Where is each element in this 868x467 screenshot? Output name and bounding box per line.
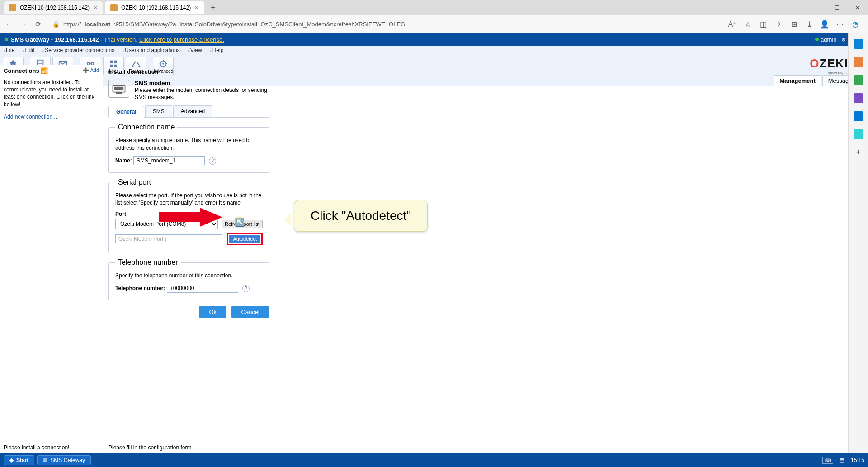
connections-empty-text: No connections are installed. To communi… <box>4 79 99 108</box>
svg-rect-4 <box>110 61 113 63</box>
tab-general[interactable]: General <box>108 106 144 118</box>
fieldset-telephone: Telephone number Specify the telephone n… <box>108 258 269 300</box>
autodetect-highlight: Autodetect <box>227 233 263 245</box>
tab-close-icon[interactable]: ✕ <box>194 5 199 11</box>
menu-users[interactable]: Users and applications <box>123 47 179 53</box>
menu-service-providers[interactable]: Service provider connections <box>42 47 114 53</box>
url-rest: :9515/SMS/Gateway/?a=InstallSoloDriver&t… <box>114 21 405 28</box>
user-label[interactable]: admin <box>821 36 836 43</box>
port-label: Port: <box>115 211 128 217</box>
left-status-text: Please install a connection! <box>4 444 69 451</box>
autodetect-button[interactable]: Autodetect <box>229 235 260 243</box>
browser-tab-1[interactable]: OZEKI 10 (192.168.115.142) ✕ <box>4 1 103 14</box>
collections-icon[interactable]: ✧ <box>774 19 783 29</box>
favicon-icon <box>9 4 16 11</box>
menu-icon[interactable]: ⋯ <box>835 19 844 29</box>
start-icon: ◆ <box>9 457 14 463</box>
svg-rect-5 <box>114 61 117 63</box>
sidebar-search-icon[interactable] <box>854 39 863 49</box>
detected-port-input <box>115 234 222 243</box>
sidebar-shopping-icon[interactable] <box>854 57 863 67</box>
taskbar-app-button[interactable]: ✉SMS Gateway <box>37 455 91 465</box>
refresh-button[interactable]: ⟳ <box>33 19 42 29</box>
tel-input[interactable] <box>167 284 238 293</box>
menu-file[interactable]: File <box>4 47 14 53</box>
sidebar-tools-icon[interactable] <box>854 75 863 85</box>
keyboard-icon[interactable]: ⌨ <box>822 457 833 464</box>
legend-telephone: Telephone number <box>115 258 181 267</box>
forward-button: → <box>19 19 28 29</box>
clock: 15:15 <box>851 457 864 463</box>
sidebar-drop-icon[interactable] <box>854 129 863 139</box>
download-icon[interactable]: ⤓ <box>805 19 814 29</box>
svg-rect-13 <box>114 87 123 90</box>
lock-icon: 🔒 <box>52 21 60 28</box>
url-host: localhost <box>85 21 110 28</box>
user-status-icon <box>815 38 819 41</box>
modem-description: Please enter the modem connection detail… <box>135 86 270 101</box>
edge-sidebar: + <box>848 33 868 453</box>
tab-sms[interactable]: SMS <box>145 105 172 117</box>
name-label: Name: <box>115 157 132 164</box>
profile-icon[interactable]: 👤 <box>820 19 829 29</box>
window-maximize-icon[interactable]: ☐ <box>826 0 847 15</box>
app-logout-icon[interactable]: ⎋ <box>842 36 846 43</box>
help-icon[interactable]: ? <box>209 157 216 165</box>
menu-help[interactable]: Help <box>210 47 224 53</box>
window-close-icon[interactable]: ✕ <box>847 0 868 15</box>
sidebar-add-icon[interactable]: + <box>854 148 863 157</box>
url-prefix: https:// <box>63 21 81 28</box>
menu-edit[interactable]: Edit <box>23 47 34 53</box>
port-select[interactable]: Ozeki Modem Port (COM8) <box>115 219 218 229</box>
add-new-connection-link[interactable]: Add new connection... <box>4 114 57 120</box>
connections-title: Connections <box>4 67 39 74</box>
tray-expand-icon[interactable]: ▤ <box>840 457 844 463</box>
app-icon: ✉ <box>43 457 47 463</box>
connections-icon: 📶 <box>41 67 48 74</box>
legend-connection-name: Connection name <box>115 123 177 131</box>
new-tab-button[interactable]: + <box>206 3 220 13</box>
page-title: Install connection <box>108 68 843 75</box>
tel-desc: Specify the telephone number of this con… <box>115 272 263 279</box>
name-input[interactable] <box>133 156 205 165</box>
cancel-button[interactable]: Cancel <box>231 306 269 318</box>
start-button[interactable]: ◆Start <box>4 455 34 465</box>
center-status-text: Please fill in the configuration form <box>108 444 191 451</box>
serial-desc: Please select the port. If the port you … <box>115 192 263 206</box>
start-label: Start <box>16 457 28 463</box>
favorite-icon[interactable]: ☆ <box>743 19 752 29</box>
purchase-link[interactable]: Click here to purchase a license. <box>139 36 224 43</box>
menu-view[interactable]: View <box>188 47 202 53</box>
trial-label: Trial version. <box>104 36 137 43</box>
reader-icon[interactable]: A⁺ <box>728 19 737 29</box>
fieldset-connection-name: Connection name Please specify a unique … <box>108 123 269 172</box>
tab-title: OZEKI 10 (192.168.115.142) <box>121 5 191 11</box>
app-title: SMS Gateway - 192.168.115.142 <box>11 36 99 43</box>
sidebar-outlook-icon[interactable] <box>854 111 863 121</box>
menu-bar: File Edit Service provider connections U… <box>0 46 868 55</box>
sidebar-games-icon[interactable] <box>854 93 863 103</box>
conn-name-desc: Please specify a unique name. This name … <box>115 137 263 151</box>
copilot-icon[interactable]: ◔ <box>851 19 860 29</box>
tab-close-icon[interactable]: ✕ <box>93 5 98 11</box>
window-minimize-icon[interactable]: — <box>806 0 826 15</box>
add-connection-link[interactable]: Add <box>83 67 99 73</box>
app-label: SMS Gateway <box>50 457 85 463</box>
browser-tab-2[interactable]: OZEKI 10 (192.168.115.142) ✕ <box>105 1 204 14</box>
annotation-tooltip: Click "Autodetect" <box>294 200 428 232</box>
fieldset-serial-port: Serial port Please select the port. If t… <box>108 178 269 253</box>
favicon-icon <box>110 4 118 11</box>
modem-icon <box>108 80 129 98</box>
extensions-icon[interactable]: ⊞ <box>789 19 798 29</box>
legend-serial-port: Serial port <box>115 178 154 186</box>
modem-title: SMS modem <box>135 80 270 86</box>
tel-label: Telephone number: <box>115 285 165 291</box>
ok-button[interactable]: Ok <box>199 306 226 318</box>
split-icon[interactable]: ◫ <box>759 19 768 29</box>
help-icon[interactable]: ? <box>242 285 250 292</box>
address-bar[interactable]: 🔒 https://localhost:9515/SMS/Gateway/?a=… <box>48 18 722 30</box>
refresh-port-button[interactable]: Refresh port list <box>222 220 263 228</box>
tab-advanced[interactable]: Advanced <box>173 105 212 117</box>
back-button[interactable]: ← <box>5 19 14 29</box>
tab-title: OZEKI 10 (192.168.115.142) <box>20 5 90 11</box>
